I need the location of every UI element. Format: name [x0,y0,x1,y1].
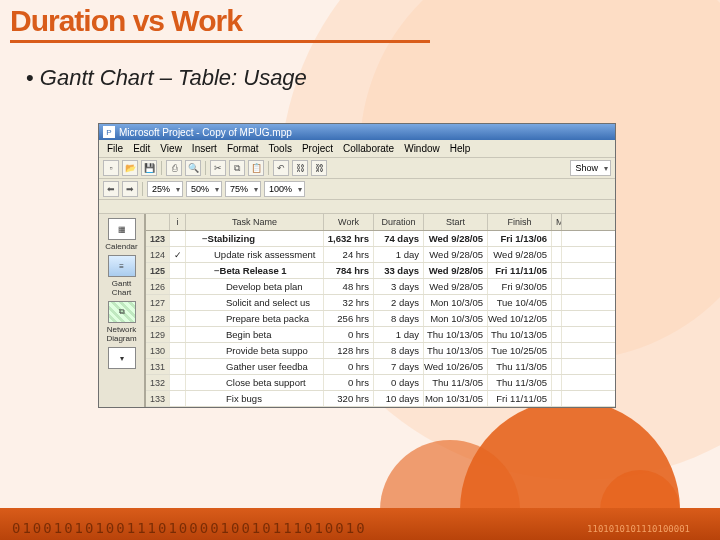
zoom-25[interactable]: 25% [147,181,183,197]
sidebar-item-network[interactable]: ⧉ Network Diagram [103,301,141,343]
sidebar-item-more[interactable]: ▾ [103,347,141,371]
task-name-cell[interactable]: Develop beta plan [186,279,324,294]
show-combo[interactable]: Show [570,160,611,176]
finish-cell[interactable]: Fri 11/11/05 [488,391,552,406]
duration-cell[interactable]: 7 days [374,359,424,374]
duration-cell[interactable]: 2 days [374,295,424,310]
start-cell[interactable]: Wed 9/28/05 [424,247,488,262]
finish-cell[interactable]: Fri 9/30/05 [488,279,552,294]
row-num[interactable]: 125 [146,263,170,278]
task-name-cell[interactable]: Gather user feedba [186,359,324,374]
col-rownum[interactable] [146,214,170,230]
save-icon[interactable]: 💾 [141,160,157,176]
table-row[interactable]: 127Solicit and select us32 hrs2 daysMon … [146,295,615,311]
work-cell[interactable]: 256 hrs [324,311,374,326]
outdent-icon[interactable]: ⬅ [103,181,119,197]
work-cell[interactable]: 0 hrs [324,375,374,390]
task-name-cell[interactable]: Stabilizing [186,231,324,246]
table-row[interactable]: 124✓Update risk assessment24 hrs1 dayWed… [146,247,615,263]
table-row[interactable]: 128Prepare beta packa256 hrs8 daysMon 10… [146,311,615,327]
work-cell[interactable]: 48 hrs [324,279,374,294]
work-cell[interactable]: 784 hrs [324,263,374,278]
table-row[interactable]: 130Provide beta suppo128 hrs8 daysThu 10… [146,343,615,359]
duration-cell[interactable]: 74 days [374,231,424,246]
table-row[interactable]: 131Gather user feedba0 hrs7 daysWed 10/2… [146,359,615,375]
menu-window[interactable]: Window [400,142,444,155]
work-cell[interactable]: 32 hrs [324,295,374,310]
menu-help[interactable]: Help [446,142,475,155]
finish-cell[interactable]: Thu 11/3/05 [488,359,552,374]
col-start[interactable]: Start [424,214,488,230]
duration-cell[interactable]: 33 days [374,263,424,278]
menu-collaborate[interactable]: Collaborate [339,142,398,155]
start-cell[interactable]: Thu 11/3/05 [424,375,488,390]
task-name-cell[interactable]: Begin beta [186,327,324,342]
work-cell[interactable]: 0 hrs [324,359,374,374]
work-cell[interactable]: 1,632 hrs [324,231,374,246]
menu-edit[interactable]: Edit [129,142,154,155]
unlink-icon[interactable]: ⛓̸ [311,160,327,176]
start-cell[interactable]: Mon 10/3/05 [424,311,488,326]
print-icon[interactable]: ⎙ [166,160,182,176]
zoom-50[interactable]: 50% [186,181,222,197]
finish-cell[interactable]: Tue 10/4/05 [488,295,552,310]
indent-icon[interactable]: ➡ [122,181,138,197]
row-num[interactable]: 127 [146,295,170,310]
link-icon[interactable]: ⛓ [292,160,308,176]
task-name-cell[interactable]: Close beta support [186,375,324,390]
duration-cell[interactable]: 1 day [374,327,424,342]
sidebar-item-gantt[interactable]: ≡ Gantt Chart [103,255,141,297]
duration-cell[interactable]: 3 days [374,279,424,294]
start-cell[interactable]: Wed 9/28/05 [424,279,488,294]
table-row[interactable]: 125Beta Release 1784 hrs33 daysWed 9/28/… [146,263,615,279]
col-m[interactable]: M [552,214,562,230]
work-cell[interactable]: 0 hrs [324,327,374,342]
copy-icon[interactable]: ⧉ [229,160,245,176]
work-cell[interactable]: 128 hrs [324,343,374,358]
col-duration[interactable]: Duration [374,214,424,230]
start-cell[interactable]: Mon 10/3/05 [424,295,488,310]
row-num[interactable]: 131 [146,359,170,374]
start-cell[interactable]: Wed 9/28/05 [424,263,488,278]
preview-icon[interactable]: 🔍 [185,160,201,176]
row-num[interactable]: 126 [146,279,170,294]
row-num[interactable]: 129 [146,327,170,342]
duration-cell[interactable]: 1 day [374,247,424,262]
table-row[interactable]: 123Stabilizing1,632 hrs74 daysWed 9/28/0… [146,231,615,247]
menu-project[interactable]: Project [298,142,337,155]
zoom-75[interactable]: 75% [225,181,261,197]
finish-cell[interactable]: Thu 10/13/05 [488,327,552,342]
col-taskname[interactable]: Task Name [186,214,324,230]
menu-view[interactable]: View [156,142,186,155]
task-name-cell[interactable]: Provide beta suppo [186,343,324,358]
start-cell[interactable]: Mon 10/31/05 [424,391,488,406]
col-finish[interactable]: Finish [488,214,552,230]
duration-cell[interactable]: 10 days [374,391,424,406]
duration-cell[interactable]: 0 days [374,375,424,390]
col-indicator[interactable]: i [170,214,186,230]
menu-format[interactable]: Format [223,142,263,155]
open-icon[interactable]: 📂 [122,160,138,176]
task-name-cell[interactable]: Update risk assessment [186,247,324,262]
finish-cell[interactable]: Wed 9/28/05 [488,247,552,262]
row-num[interactable]: 124 [146,247,170,262]
start-cell[interactable]: Wed 9/28/05 [424,231,488,246]
new-icon[interactable]: ▫ [103,160,119,176]
table-row[interactable]: 132Close beta support0 hrs0 daysThu 11/3… [146,375,615,391]
menu-insert[interactable]: Insert [188,142,221,155]
zoom-100[interactable]: 100% [264,181,305,197]
task-name-cell[interactable]: Prepare beta packa [186,311,324,326]
titlebar[interactable]: P Microsoft Project - Copy of MPUG.mpp [99,124,615,140]
col-work[interactable]: Work [324,214,374,230]
start-cell[interactable]: Thu 10/13/05 [424,327,488,342]
work-cell[interactable]: 24 hrs [324,247,374,262]
finish-cell[interactable]: Fri 1/13/06 [488,231,552,246]
row-num[interactable]: 128 [146,311,170,326]
finish-cell[interactable]: Fri 11/11/05 [488,263,552,278]
finish-cell[interactable]: Wed 10/12/05 [488,311,552,326]
start-cell[interactable]: Wed 10/26/05 [424,359,488,374]
start-cell[interactable]: Thu 10/13/05 [424,343,488,358]
row-num[interactable]: 130 [146,343,170,358]
task-name-cell[interactable]: Fix bugs [186,391,324,406]
task-name-cell[interactable]: Beta Release 1 [186,263,324,278]
